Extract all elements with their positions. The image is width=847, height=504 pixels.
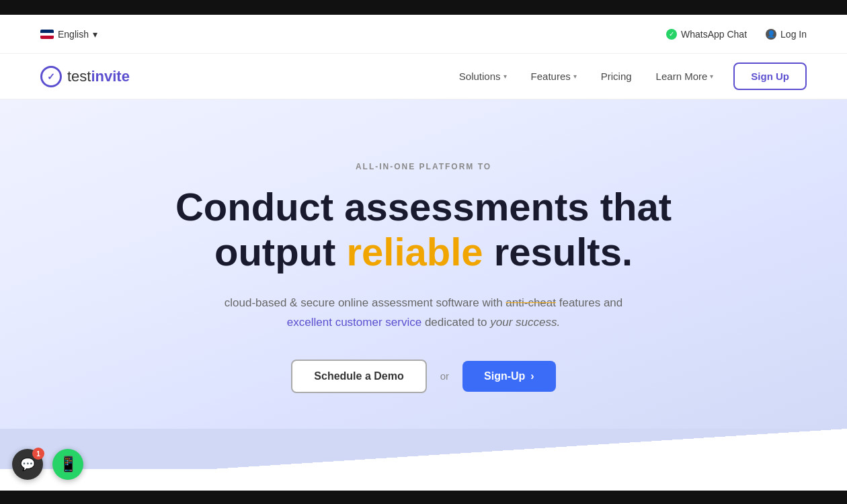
language-selector[interactable]: English ▾ [40,29,97,40]
chat-badge: 1 [32,448,44,460]
hero-signup-label: Sign-Up [484,370,525,382]
whatsapp-small-icon: ✓ [666,29,677,40]
login-label: Log In [780,29,807,40]
top-bar [0,0,847,15]
logo[interactable]: ✓ testinvite [40,66,130,87]
language-chevron: ▾ [93,29,97,40]
hero-headline-end: results. [483,230,633,274]
hero-eyebrow: ALL-IN-ONE PLATFORM TO [356,162,491,171]
solutions-chevron-icon: ▾ [503,73,507,80]
whatsapp-label: WhatsApp Chat [681,29,747,40]
subtext-start: cloud-based & secure online assessment s… [225,296,506,309]
user-icon: 👤 [766,29,776,40]
hero-signup-chevron-icon: › [530,370,534,382]
logo-invite: invite [91,68,129,85]
nav-learn-more-label: Learn More [656,71,708,82]
whatsapp-bubble-icon: 📱 [59,456,77,473]
nav-solutions[interactable]: Solutions ▾ [450,65,516,87]
login-link[interactable]: 👤 Log In [766,29,807,40]
hero-actions: Schedule a Demo or Sign-Up › [291,360,555,393]
whatsapp-chat-link[interactable]: ✓ WhatsApp Chat [666,29,747,40]
flag-icon [40,30,54,39]
schedule-demo-button[interactable]: Schedule a Demo [291,360,426,393]
subtext-end: dedicated to [425,316,490,329]
whatsapp-bubble[interactable]: 📱 [52,449,83,480]
chat-bubble-icon: 💬 [20,457,35,472]
chat-bubble[interactable]: 💬 1 [12,449,43,480]
learn-more-chevron-icon: ▾ [710,73,713,80]
or-label: or [440,370,449,382]
subtext-italic: your success. [490,316,560,329]
nav-solutions-label: Solutions [459,71,501,82]
nav-pricing-label: Pricing [601,71,632,82]
main-nav: ✓ testinvite Solutions ▾ Features ▾ Pric… [0,54,847,99]
hero-section: ALL-IN-ONE PLATFORM TO Conduct assessmen… [0,99,847,469]
utility-bar: English ▾ ✓ WhatsApp Chat 👤 Log In [0,15,847,54]
subtext-service: excellent customer service [287,316,421,329]
nav-learn-more[interactable]: Learn More ▾ [647,65,723,87]
logo-text: testinvite [67,68,130,85]
bottom-bar [0,491,847,504]
hero-signup-button[interactable]: Sign-Up › [462,361,556,392]
nav-features-label: Features [531,71,571,82]
logo-check: ✓ [47,71,55,82]
features-chevron-icon: ▾ [573,73,577,80]
language-label: English [58,29,89,40]
nav-links: Solutions ▾ Features ▾ Pricing Learn Mor… [450,62,807,90]
subtext-anticheat: anti-cheat [506,296,556,309]
logo-test: test [67,68,91,85]
hero-headline-highlight: reliable [346,230,483,274]
logo-icon: ✓ [40,66,62,87]
hero-subtext: cloud-based & secure online assessment s… [225,294,623,333]
subtext-middle: features and [556,296,622,309]
nav-signup-button[interactable]: Sign Up [733,62,807,90]
nav-features[interactable]: Features ▾ [522,65,586,87]
nav-pricing[interactable]: Pricing [592,65,641,87]
utility-right: ✓ WhatsApp Chat 👤 Log In [666,29,807,40]
hero-headline: Conduct assessments that output reliable… [148,185,699,274]
